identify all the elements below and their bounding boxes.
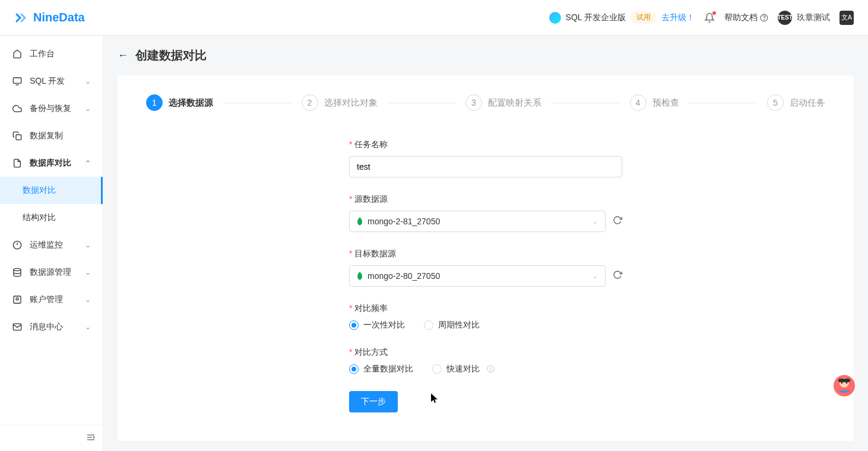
monitor-icon bbox=[12, 76, 23, 87]
back-button[interactable]: ← bbox=[118, 49, 128, 62]
chevron-down-icon: ⌄ bbox=[85, 323, 91, 331]
radio-full[interactable]: 全量数据对比 bbox=[349, 364, 413, 374]
language-icon[interactable]: 文A bbox=[840, 11, 854, 25]
svg-point-17 bbox=[841, 382, 843, 384]
page-title: 创建数据对比 bbox=[135, 47, 207, 63]
step-number: 4 bbox=[630, 94, 647, 111]
step-5: 5 启动任务 bbox=[767, 94, 825, 111]
radio-circle bbox=[424, 320, 433, 330]
sidebar-item-struct-compare[interactable]: 结构对比 bbox=[0, 204, 103, 231]
mail-icon bbox=[12, 322, 23, 332]
help-text: 帮助文档 bbox=[724, 12, 758, 23]
sidebar-item-account-mgmt[interactable]: 账户管理 ⌄ bbox=[0, 286, 103, 313]
task-name-label: 任务名称 bbox=[349, 139, 622, 150]
svg-rect-2 bbox=[13, 78, 21, 83]
task-name-input[interactable] bbox=[349, 156, 622, 177]
source-label: 源数据源 bbox=[349, 194, 622, 205]
radio-label: 全量数据对比 bbox=[363, 364, 413, 374]
sidebar-item-workspace[interactable]: 工作台 bbox=[0, 40, 103, 68]
mode-label: 对比方式 bbox=[349, 347, 622, 358]
svg-rect-4 bbox=[16, 135, 21, 140]
freq-label: 对比频率 bbox=[349, 303, 622, 314]
sidebar-item-label: 工作台 bbox=[30, 49, 55, 59]
step-label: 选择数据源 bbox=[169, 97, 213, 109]
sidebar-item-label: 数据库对比 bbox=[30, 158, 71, 169]
chevron-down-icon: ⌄ bbox=[593, 218, 598, 226]
chevron-down-icon: ⌄ bbox=[85, 268, 91, 277]
source-select[interactable]: mongo-2-81_27050 ⌄ bbox=[349, 211, 606, 232]
user-name: 玖章测试 bbox=[797, 12, 830, 23]
next-button[interactable]: 下一步 bbox=[349, 391, 398, 412]
sidebar-item-label: SQL 开发 bbox=[30, 76, 65, 87]
target-label: 目标数据源 bbox=[349, 249, 622, 259]
radio-label: 快速对比 bbox=[446, 364, 480, 374]
mongodb-icon bbox=[357, 217, 363, 226]
help-link[interactable]: 帮助文档 bbox=[724, 12, 768, 23]
sidebar-item-ops-monitor[interactable]: 运维监控 ⌄ bbox=[0, 231, 103, 259]
collapse-sidebar-btn[interactable] bbox=[0, 425, 103, 451]
step-number: 3 bbox=[465, 94, 482, 111]
step-label: 启动任务 bbox=[790, 97, 825, 109]
support-avatar[interactable] bbox=[832, 374, 856, 398]
sidebar-item-replication[interactable]: 数据复制 bbox=[0, 122, 103, 150]
sidebar-item-datasource-mgmt[interactable]: 数据源管理 ⌄ bbox=[0, 259, 103, 286]
step-1: 1 选择数据源 bbox=[146, 94, 213, 111]
form-item-frequency: 对比频率 一次性对比 周期性对比 bbox=[349, 303, 622, 331]
user-icon bbox=[12, 294, 23, 305]
sidebar-item-db-compare[interactable]: 数据库对比 ⌃ bbox=[0, 150, 103, 177]
form-item-task-name: 任务名称 bbox=[349, 139, 622, 177]
main-content: ← 创建数据对比 1 选择数据源 2 选择对比对象 3 配置映射关系 bbox=[103, 36, 868, 451]
chevron-down-icon: ⌄ bbox=[593, 272, 598, 280]
radio-periodic[interactable]: 周期性对比 bbox=[424, 320, 480, 331]
collapse-icon bbox=[86, 433, 96, 442]
step-4: 4 预检查 bbox=[630, 94, 679, 111]
source-value: mongo-2-81_27050 bbox=[368, 217, 440, 226]
user-menu[interactable]: TEST 玖章测试 bbox=[778, 11, 830, 25]
sidebar: 工作台 SQL 开发 ⌄ 备份与恢复 ⌄ 数据复制 bbox=[0, 36, 103, 451]
sidebar-item-messages[interactable]: 消息中心 ⌄ bbox=[0, 313, 103, 341]
step-divider bbox=[689, 103, 758, 103]
radio-quick[interactable]: 快速对比 ⓘ bbox=[432, 364, 495, 374]
logo[interactable]: NineData bbox=[14, 11, 85, 25]
radio-circle bbox=[432, 364, 442, 374]
refresh-icon bbox=[613, 270, 622, 280]
database-icon bbox=[12, 267, 23, 278]
sidebar-item-backup[interactable]: 备份与恢复 ⌄ bbox=[0, 95, 103, 122]
logo-text: NineData bbox=[33, 11, 85, 24]
cloud-icon bbox=[12, 103, 23, 114]
step-label: 预检查 bbox=[652, 97, 679, 109]
sidebar-item-sql-dev[interactable]: SQL 开发 ⌄ bbox=[0, 68, 103, 95]
upgrade-link[interactable]: 去升级！ bbox=[661, 12, 695, 23]
refresh-source-btn[interactable] bbox=[613, 215, 622, 227]
chevron-down-icon: ⌄ bbox=[85, 296, 91, 304]
trial-badge: 试用 bbox=[631, 11, 657, 24]
form-item-mode: 对比方式 全量数据对比 快速对比 ⓘ bbox=[349, 347, 622, 374]
content-card: 1 选择数据源 2 选择对比对象 3 配置映射关系 4 预检查 bbox=[118, 75, 854, 441]
radio-label: 一次性对比 bbox=[363, 320, 405, 331]
target-select[interactable]: mongo-2-80_27050 ⌄ bbox=[349, 265, 606, 287]
sql-text: SQL 开发企业版 bbox=[566, 12, 626, 23]
step-number: 5 bbox=[767, 94, 784, 111]
sidebar-item-label: 账户管理 bbox=[30, 294, 63, 305]
svg-point-1 bbox=[764, 19, 765, 20]
target-value: mongo-2-80_27050 bbox=[368, 271, 440, 281]
globe-icon bbox=[549, 12, 561, 24]
chevron-down-icon: ⌄ bbox=[85, 77, 91, 85]
sidebar-item-label: 数据复制 bbox=[30, 131, 63, 141]
step-divider bbox=[551, 103, 620, 103]
radio-once[interactable]: 一次性对比 bbox=[349, 320, 405, 331]
sidebar-item-label: 消息中心 bbox=[30, 322, 63, 332]
header-right: SQL 开发企业版 试用 去升级！ 帮助文档 TEST 玖章测试 文A bbox=[549, 11, 854, 25]
step-divider bbox=[387, 103, 457, 103]
sidebar-item-data-compare[interactable]: 数据对比 bbox=[0, 177, 103, 204]
step-number: 1 bbox=[146, 94, 163, 111]
step-number: 2 bbox=[302, 94, 318, 111]
alert-icon bbox=[12, 240, 23, 250]
copy-icon bbox=[12, 131, 23, 141]
bell-icon[interactable] bbox=[704, 12, 715, 23]
help-icon[interactable]: ⓘ bbox=[487, 364, 495, 374]
step-divider bbox=[223, 103, 292, 103]
step-label: 配置映射关系 bbox=[488, 97, 541, 109]
step-label: 选择对比对象 bbox=[324, 97, 378, 109]
refresh-target-btn[interactable] bbox=[613, 270, 622, 282]
